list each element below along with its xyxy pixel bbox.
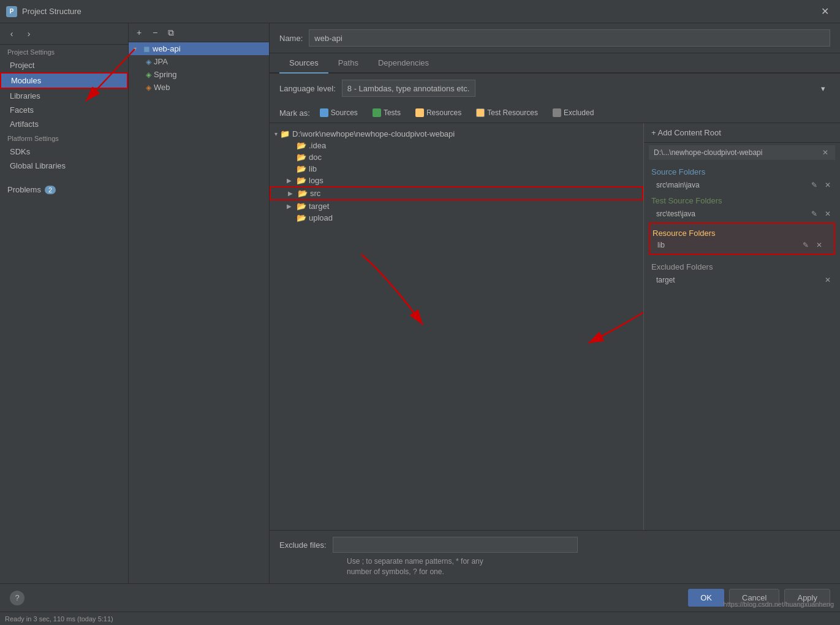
sidebar-item-sdks[interactable]: SDKs <box>0 145 128 159</box>
sidebar-item-libraries[interactable]: Libraries <box>0 89 128 103</box>
sidebar: ‹ › Project Settings Project Modules Lib… <box>0 23 129 583</box>
target-folder[interactable]: ▶ 📂 target <box>270 200 643 212</box>
upload-folder[interactable]: 📂 upload <box>270 212 643 224</box>
file-tree-panel: ▾ 📁 D:\work\newhope\newhope-cloudpivot-w… <box>270 123 644 530</box>
web-icon: ◈ <box>146 83 151 92</box>
edit-source-folder-button[interactable]: ✎ <box>809 180 819 190</box>
root-path-text: D:\work\newhope\newhope-cloudpivot-webap… <box>292 129 455 138</box>
tab-paths[interactable]: Paths <box>328 53 368 74</box>
exclude-row: Exclude files: <box>279 537 830 553</box>
src-arrow: ▶ <box>288 190 295 197</box>
bottom-section: Exclude files: Use ; to separate name pa… <box>270 530 840 583</box>
copy-module-button[interactable]: ⧉ <box>164 26 178 39</box>
exclude-files-input[interactable] <box>333 537 578 553</box>
excluded-folder-entry: target ✕ <box>644 274 840 286</box>
excluded-folder-actions: ✕ <box>823 275 833 285</box>
mark-resources-button[interactable]: Resources <box>411 107 466 119</box>
source-folder-path: src\main\java <box>656 181 700 189</box>
resources-color-icon <box>415 108 424 117</box>
lib-folder[interactable]: 📂 lib <box>270 163 643 175</box>
remove-content-root-button[interactable]: ✕ <box>820 148 830 157</box>
modules-label: Modules <box>11 76 41 85</box>
jpa-label: JPA <box>154 57 168 66</box>
tests-color-icon <box>373 108 381 117</box>
status-text: Ready in 3 sec, 110 ms (today 5:11) <box>5 615 113 623</box>
sidebar-item-problems[interactable]: Problems 2 <box>0 183 128 197</box>
add-content-root-button[interactable]: + Add Content Root <box>651 128 721 137</box>
content-root-path-text: D:\...\newhope-cloudpivot-webapi <box>654 148 762 157</box>
exclude-hint: Use ; to separate name patterns, * for a… <box>279 556 830 577</box>
logs-arrow: ▶ <box>287 177 294 184</box>
remove-module-button[interactable]: − <box>148 26 162 39</box>
test-source-folders-title: Test Source Folders <box>644 191 840 208</box>
watermark: https://blog.csdn.net/huangxuanheng <box>724 600 834 608</box>
close-button[interactable]: ✕ <box>816 3 834 20</box>
root-path-item[interactable]: ▾ 📁 D:\work\newhope\newhope-cloudpivot-w… <box>270 128 643 140</box>
ok-button[interactable]: OK <box>688 589 724 607</box>
resource-folders-section: Resource Folders lib ✎ ✕ <box>649 222 835 255</box>
module-web[interactable]: ◈ Web <box>129 81 269 94</box>
remove-resource-folder-button[interactable]: ✕ <box>814 240 824 250</box>
module-icon: ◼ <box>143 44 150 53</box>
target-folder-icon: 📂 <box>297 202 306 210</box>
src-folder-icon: 📂 <box>298 189 308 197</box>
lang-level-wrapper: 8 - Lambdas, type annotations etc. <box>342 80 830 97</box>
module-jpa[interactable]: ◈ JPA <box>129 55 269 68</box>
excluded-color-icon <box>553 108 561 117</box>
module-spring[interactable]: ◈ Spring <box>129 68 269 81</box>
mark-as-row: Mark as: Sources Tests Resources Test Re… <box>270 103 840 123</box>
global-libraries-label: Global Libraries <box>10 161 66 170</box>
mark-tests-label: Tests <box>384 108 401 117</box>
mark-test-resources-button[interactable]: Test Resources <box>471 107 543 119</box>
mark-sources-label: Sources <box>331 108 358 117</box>
edit-test-folder-button[interactable]: ✎ <box>809 209 819 219</box>
name-input[interactable] <box>309 29 830 47</box>
remove-source-folder-button[interactable]: ✕ <box>823 180 833 190</box>
main-content: ‹ › Project Settings Project Modules Lib… <box>0 23 840 583</box>
sidebar-item-modules[interactable]: Modules <box>0 72 128 89</box>
lang-level-select[interactable]: 8 - Lambdas, type annotations etc. <box>342 80 475 97</box>
help-button[interactable]: ? <box>10 591 25 605</box>
target-name: target <box>309 202 329 211</box>
module-web-api[interactable]: ▾ ◼ web-api <box>129 42 269 55</box>
excluded-folders-title: Excluded Folders <box>644 257 840 274</box>
title-bar: P Project Structure ✕ <box>0 0 840 23</box>
main-panel: Name: Sources Paths Dependencies Languag… <box>270 23 840 583</box>
sidebar-item-global-libraries[interactable]: Global Libraries <box>0 159 128 173</box>
title-bar-text: Project Structure <box>22 7 816 16</box>
source-folder-entry: src\main\java ✎ ✕ <box>644 179 840 191</box>
mark-tests-button[interactable]: Tests <box>368 107 406 119</box>
web-label: Web <box>154 83 170 92</box>
mark-sources-button[interactable]: Sources <box>315 107 363 119</box>
tab-dependencies[interactable]: Dependencies <box>368 53 439 74</box>
sidebar-item-facets[interactable]: Facets <box>0 103 128 117</box>
logs-folder-icon: 📂 <box>297 176 306 184</box>
mark-excluded-button[interactable]: Excluded <box>548 107 599 119</box>
module-name: web-api <box>153 44 181 53</box>
source-folders-title: Source Folders <box>644 162 840 179</box>
sidebar-item-artifacts[interactable]: Artifacts <box>0 117 128 131</box>
tree-expand-arrow: ▾ <box>134 45 141 52</box>
problems-section: Problems 2 <box>0 183 128 197</box>
remove-test-folder-button[interactable]: ✕ <box>823 209 833 219</box>
sidebar-item-project[interactable]: Project <box>0 58 128 72</box>
idea-folder[interactable]: 📂 .idea <box>270 140 643 151</box>
forward-button[interactable]: › <box>22 27 36 40</box>
mark-test-resources-label: Test Resources <box>487 108 538 117</box>
src-folder[interactable]: ▶ 📂 src <box>270 186 643 200</box>
doc-name: doc <box>309 153 322 162</box>
problems-label: Problems <box>7 185 41 194</box>
doc-folder[interactable]: 📂 doc <box>270 151 643 163</box>
sources-panel: + Add Content Root D:\...\newhope-cloudp… <box>644 123 840 530</box>
upload-name: upload <box>309 213 333 222</box>
edit-resource-folder-button[interactable]: ✎ <box>801 240 811 250</box>
tab-sources[interactable]: Sources <box>279 53 328 74</box>
src-name: src <box>310 189 320 198</box>
remove-excluded-folder-button[interactable]: ✕ <box>823 275 833 285</box>
spring-label: Spring <box>154 70 177 79</box>
test-folder-actions: ✎ ✕ <box>809 209 833 219</box>
back-button[interactable]: ‹ <box>5 27 18 40</box>
add-module-button[interactable]: + <box>132 26 146 39</box>
logs-folder[interactable]: ▶ 📂 logs <box>270 175 643 186</box>
excluded-folder-path: target <box>656 276 675 284</box>
